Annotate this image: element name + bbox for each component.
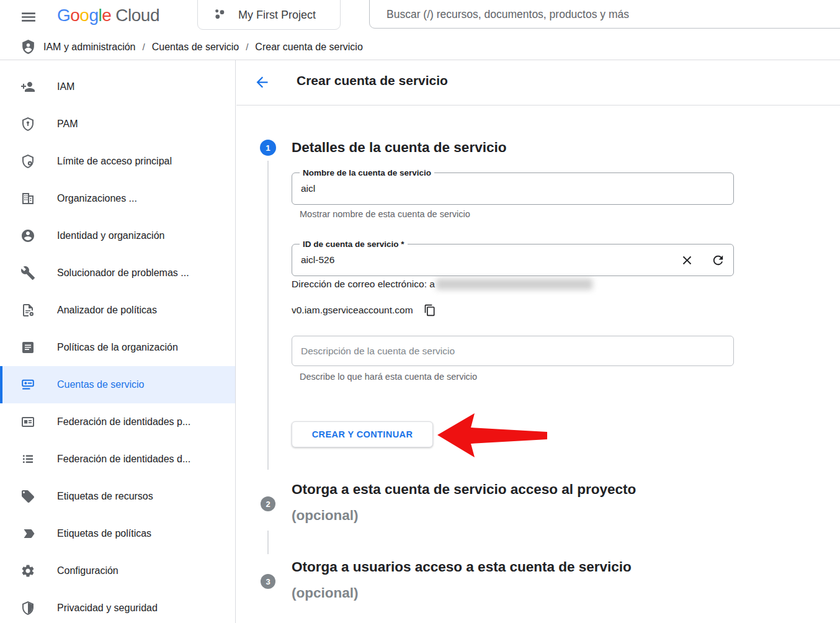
clear-icon[interactable] <box>680 253 694 267</box>
breadcrumb-separator: / <box>143 42 145 52</box>
logo-cloud-text: Cloud <box>115 6 159 25</box>
search-placeholder: Buscar (/) recursos, documentos, product… <box>386 8 629 21</box>
sidebar-item-etiquetas-de-recursos[interactable]: Etiquetas de recursos <box>0 478 235 515</box>
breadcrumb-item[interactable]: IAM y administración <box>43 42 136 52</box>
main-content: Crear cuenta de servicio 1 Detalles de l… <box>236 60 840 623</box>
google-cloud-logo[interactable]: GoogleCloud <box>57 6 159 25</box>
sidebar-item-identidad-y-organización[interactable]: Identidad y organización <box>0 217 235 254</box>
step-connector-line <box>267 531 269 554</box>
top-bar: GoogleCloud My First Project Buscar (/) … <box>0 0 840 34</box>
sidebar-item-label: IAM <box>57 81 74 92</box>
card-icon <box>20 415 35 429</box>
email-redacted-blur <box>436 279 592 290</box>
service-account-name-label: Nombre de la cuenta de servicio <box>300 168 434 178</box>
red-annotation-arrow-icon <box>431 410 552 462</box>
step3-title-text: Otorga a usuarios acceso a esta cuenta d… <box>292 554 632 580</box>
step2-title: Otorga a esta cuenta de servicio acceso … <box>292 477 636 529</box>
list-icon <box>20 452 35 467</box>
sidebar-item-cuentas-de-servicio[interactable]: Cuentas de servicio <box>0 366 235 403</box>
sidebar-item-label: Privacidad y seguridad <box>57 603 158 614</box>
sidebar-item-label: Identidad y organización <box>57 230 164 241</box>
label-important-icon <box>20 526 35 541</box>
step3-badge: 3 <box>261 574 275 589</box>
create-and-continue-button[interactable]: CREAR Y CONTINUAR <box>292 421 433 447</box>
sidebar-item-label: Federación de identidades d... <box>57 454 190 465</box>
sidebar-item-límite-de-acceso-principal[interactable]: Límite de acceso principal <box>0 143 235 180</box>
tag-icon <box>20 489 35 504</box>
privacy-shield-icon <box>20 601 35 616</box>
breadcrumb: IAM y administración/Cuentas de servicio… <box>43 42 363 53</box>
sidebar-item-federación-de-identidades-d[interactable]: Federación de identidades d... <box>0 441 235 478</box>
title-divider <box>236 105 840 105</box>
organization-icon <box>20 191 35 206</box>
step2-badge: 2 <box>261 496 275 511</box>
sidebar-item-privacidad-y-seguridad[interactable]: Privacidad y seguridad <box>0 589 235 623</box>
sidebar: IAM PAM Límite de acceso principal Organ… <box>0 60 236 623</box>
sidebar-item-configuración[interactable]: Configuración <box>0 552 235 589</box>
logo-google-text: Google <box>57 6 111 25</box>
email-prefix: Dirección de correo electrónico: a <box>292 279 435 290</box>
service-account-name-value: aicl <box>301 173 315 204</box>
sidebar-item-label: Etiquetas de recursos <box>57 491 153 502</box>
step1-badge: 1 <box>260 140 276 156</box>
service-account-name-field[interactable]: Nombre de la cuenta de servicio aicl <box>292 173 734 205</box>
sidebar-item-label: Límite de acceso principal <box>57 156 172 167</box>
iam-shield-icon <box>20 38 36 55</box>
project-icon <box>212 7 228 23</box>
step3-title: Otorga a usuarios acceso a esta cuenta d… <box>292 554 632 606</box>
project-selector[interactable]: My First Project <box>197 0 341 30</box>
wrench-icon <box>20 266 35 280</box>
sidebar-item-label: Etiquetas de políticas <box>57 528 151 539</box>
sidebar-item-label: Solucionador de problemas ... <box>57 267 189 279</box>
project-name: My First Project <box>238 9 316 22</box>
shield-badge-icon <box>20 154 35 169</box>
sidebar-item-label: Organizaciones ... <box>57 193 137 204</box>
service-account-icon <box>20 377 35 392</box>
google-cloud-console: GoogleCloud My First Project Buscar (/) … <box>0 0 840 623</box>
sidebar-item-label: Analizador de políticas <box>57 305 157 316</box>
gear-icon <box>20 563 35 578</box>
name-helper-text: Mostrar nombre de esta cuenta de servici… <box>300 209 470 219</box>
sidebar-item-solucionador-de-problemas[interactable]: Solucionador de problemas ... <box>0 254 235 292</box>
description-helper-text: Describe lo que hará esta cuenta de serv… <box>300 372 477 382</box>
sidebar-item-label: Configuración <box>57 565 118 576</box>
breadcrumb-bar: IAM y administración/Cuentas de servicio… <box>0 34 840 60</box>
email-address-line2: v0.iam.gserviceaccount.com <box>292 304 436 316</box>
sidebar-item-federación-de-identidades-p[interactable]: Federación de identidades p... <box>0 403 235 441</box>
doc-lines-icon <box>20 340 35 355</box>
step-connector-line <box>267 161 269 470</box>
sidebar-item-organizaciones[interactable]: Organizaciones ... <box>0 180 235 217</box>
sidebar-item-analizador-de-políticas[interactable]: Analizador de políticas <box>0 292 235 329</box>
page-title: Crear cuenta de servicio <box>297 73 448 88</box>
sidebar-item-políticas-de-la-organización[interactable]: Políticas de la organización <box>0 329 235 366</box>
sidebar-item-iam[interactable]: IAM <box>0 68 235 105</box>
breadcrumb-item[interactable]: Crear cuenta de servicio <box>255 42 362 52</box>
step2-optional-label: (opcional) <box>292 503 636 529</box>
description-placeholder: Descripción de la cuenta de servicio <box>301 336 455 365</box>
back-arrow-icon[interactable] <box>254 74 270 91</box>
menu-icon[interactable] <box>19 8 38 26</box>
search-input[interactable]: Buscar (/) recursos, documentos, product… <box>369 0 840 29</box>
sidebar-item-label: PAM <box>57 119 78 130</box>
shield-key-icon <box>20 117 35 132</box>
sidebar-item-label: Políticas de la organización <box>57 342 178 353</box>
service-account-id-value: aicl-526 <box>301 244 334 276</box>
breadcrumb-item[interactable]: Cuentas de servicio <box>152 42 239 52</box>
sidebar-item-label: Cuentas de servicio <box>57 379 145 390</box>
step1-title: Detalles de la cuenta de servicio <box>292 139 506 156</box>
sidebar-item-pam[interactable]: PAM <box>0 105 235 143</box>
breadcrumb-separator: / <box>246 42 248 52</box>
email-suffix: v0.iam.gserviceaccount.com <box>292 305 413 316</box>
sidebar-item-etiquetas-de-políticas[interactable]: Etiquetas de políticas <box>0 515 235 552</box>
copy-icon[interactable] <box>424 304 436 316</box>
refresh-icon[interactable] <box>711 253 725 267</box>
description-field[interactable]: Descripción de la cuenta de servicio <box>292 336 734 366</box>
doc-gear-icon <box>20 303 35 318</box>
person-add-icon <box>20 79 35 94</box>
step2-title-text: Otorga a esta cuenta de servicio acceso … <box>292 477 636 503</box>
email-address-line: Dirección de correo electrónico: a <box>292 279 592 290</box>
sidebar-item-label: Federación de identidades p... <box>57 416 190 428</box>
step3-optional-label: (opcional) <box>292 580 632 606</box>
account-circle-icon <box>20 228 35 243</box>
service-account-id-field[interactable]: ID de cuenta de servicio * aicl-526 <box>292 244 734 276</box>
